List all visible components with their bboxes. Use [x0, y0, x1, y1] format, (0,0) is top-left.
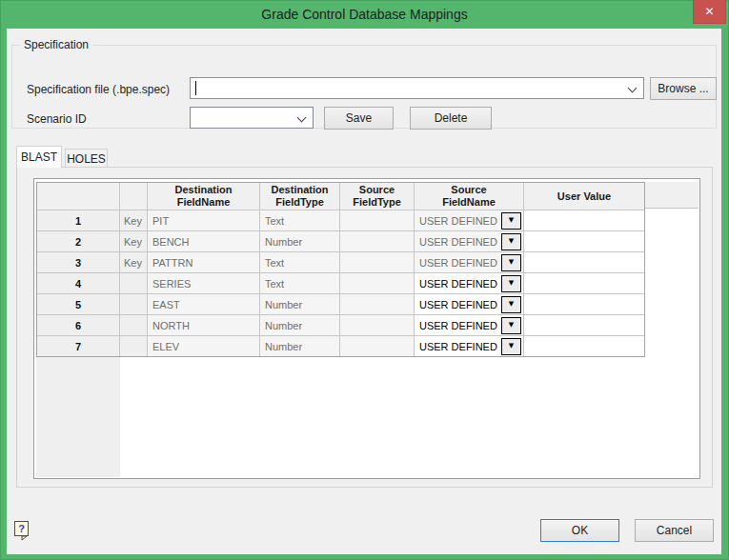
key-cell	[120, 293, 148, 314]
specification-file-combobox[interactable]	[190, 77, 644, 99]
scenario-id-label: Scenario ID	[27, 112, 87, 126]
source-fieldname-cell[interactable]: USER DEFINED ▼	[415, 293, 524, 314]
row-number-cell[interactable]: 4	[37, 272, 120, 293]
source-fieldname-value: USER DEFINED	[415, 278, 501, 290]
table-header-row: Destination FieldName Destination FieldT…	[37, 183, 644, 210]
user-value-cell[interactable]	[524, 230, 644, 251]
user-value-cell[interactable]	[524, 293, 644, 314]
destination-fieldname-cell: SERIES	[148, 272, 260, 293]
source-fieldtype-cell	[340, 335, 415, 356]
grid-rowheader-filler	[36, 355, 120, 477]
delete-button-label: Delete	[435, 111, 468, 125]
header-source-fieldtype: Source FieldType	[340, 183, 415, 210]
tab-blast-label: BLAST	[21, 150, 57, 164]
save-button[interactable]: Save	[324, 107, 394, 130]
destination-fieldname-cell: BENCH	[148, 230, 260, 251]
cancel-button-label: Cancel	[657, 524, 692, 537]
key-cell	[120, 335, 148, 356]
dropdown-arrow-icon: ▼	[509, 343, 514, 350]
scenario-id-combobox[interactable]	[190, 107, 314, 129]
specification-group-label: Specification	[20, 38, 92, 51]
dropdown-button[interactable]: ▼	[501, 338, 521, 355]
source-fieldname-cell[interactable]: USER DEFINED ▼	[415, 335, 524, 356]
source-fieldname-cell[interactable]: USER DEFINED ▼	[415, 230, 524, 251]
table-row: 4 SERIES Text USER DEFINED ▼	[37, 272, 644, 293]
destination-fieldtype-cell: Text	[260, 251, 340, 272]
header-line: Destination	[272, 184, 329, 196]
key-cell	[120, 314, 148, 335]
header-user-value: User Value	[524, 183, 644, 210]
user-value-cell[interactable]	[524, 210, 644, 230]
browse-button-label: Browse ...	[658, 82, 708, 95]
source-fieldtype-cell	[340, 230, 415, 251]
source-fieldname-cell[interactable]: USER DEFINED ▼	[415, 314, 524, 335]
tab-blast[interactable]: BLAST	[16, 146, 62, 168]
source-fieldname-value: USER DEFINED	[415, 341, 501, 352]
destination-fieldtype-cell: Number	[260, 335, 340, 356]
source-fieldname-cell[interactable]: USER DEFINED ▼	[415, 251, 524, 272]
save-button-label: Save	[346, 111, 372, 125]
dialog-client-area: Specification Specification file (.bpe.s…	[7, 29, 721, 554]
header-line: User Value	[557, 190, 611, 203]
header-line: Destination	[175, 184, 233, 196]
table-row: 3 Key PATTRN Text USER DEFINED ▼	[37, 251, 644, 272]
row-number-cell[interactable]: 6	[37, 314, 120, 335]
specification-file-label: Specification file (.bpe.spec)	[27, 83, 170, 96]
destination-fieldtype-cell: Number	[260, 293, 340, 314]
destination-fieldname-cell: ELEV	[148, 335, 260, 356]
tab-holes-label: HOLES	[67, 152, 106, 166]
destination-fieldname-cell: NORTH	[148, 314, 260, 335]
header-line: FieldName	[177, 196, 231, 209]
row-number-cell[interactable]: 5	[37, 293, 120, 314]
dropdown-arrow-icon: ▼	[509, 301, 514, 308]
grid-header-filler	[645, 182, 699, 209]
source-fieldname-value: USER DEFINED	[415, 215, 501, 227]
browse-button[interactable]: Browse ...	[650, 77, 717, 100]
dropdown-button[interactable]: ▼	[501, 212, 521, 230]
destination-fieldtype-cell: Text	[260, 272, 340, 293]
header-row-number	[37, 183, 120, 210]
ok-button[interactable]: OK	[540, 519, 619, 542]
row-number-cell[interactable]: 7	[37, 335, 120, 356]
header-source-fieldname: Source FieldName	[415, 183, 524, 210]
header-key	[120, 183, 148, 210]
key-cell	[120, 272, 148, 293]
source-fieldname-cell[interactable]: USER DEFINED ▼	[415, 272, 524, 293]
dropdown-button[interactable]: ▼	[501, 254, 521, 271]
source-fieldname-cell[interactable]: USER DEFINED ▼	[415, 210, 524, 230]
header-destination-fieldname: Destination FieldName	[148, 183, 260, 210]
row-number-cell[interactable]: 3	[37, 251, 120, 272]
close-button[interactable]: ✕	[693, 0, 726, 24]
destination-fieldname-cell: PIT	[148, 210, 260, 230]
source-fieldtype-cell	[340, 210, 415, 230]
header-line: Source	[451, 184, 486, 196]
dropdown-button[interactable]: ▼	[501, 296, 521, 313]
title-bar[interactable]: Grade Control Database Mappings	[0, 0, 729, 29]
help-icon[interactable]: ?	[13, 520, 30, 541]
cancel-button[interactable]: Cancel	[635, 519, 714, 542]
row-number-cell[interactable]: 2	[37, 230, 120, 251]
row-number-cell[interactable]: 1	[37, 210, 120, 230]
destination-fieldtype-cell: Number	[260, 314, 340, 335]
svg-text:?: ?	[18, 523, 25, 534]
source-fieldname-value: USER DEFINED	[415, 320, 501, 331]
chevron-down-icon[interactable]	[628, 84, 638, 93]
dropdown-arrow-icon: ▼	[509, 259, 514, 266]
user-value-cell[interactable]	[524, 251, 644, 272]
window-title: Grade Control Database Mappings	[261, 7, 467, 22]
tab-holes[interactable]: HOLES	[65, 149, 108, 168]
header-line: FieldName	[442, 196, 496, 209]
dropdown-button[interactable]: ▼	[501, 317, 521, 334]
table-row: 7 ELEV Number USER DEFINED ▼	[37, 335, 644, 356]
close-icon: ✕	[704, 5, 714, 18]
user-value-cell[interactable]	[524, 314, 644, 335]
delete-button[interactable]: Delete	[410, 107, 492, 130]
user-value-cell[interactable]	[524, 272, 644, 293]
chevron-down-icon[interactable]	[297, 113, 307, 123]
destination-fieldname-cell: EAST	[148, 293, 260, 314]
dropdown-button[interactable]: ▼	[501, 233, 521, 250]
source-fieldname-value: USER DEFINED	[415, 257, 501, 269]
user-value-cell[interactable]	[524, 335, 644, 356]
destination-fieldtype-cell: Number	[260, 230, 340, 251]
dropdown-button[interactable]: ▼	[501, 275, 521, 292]
